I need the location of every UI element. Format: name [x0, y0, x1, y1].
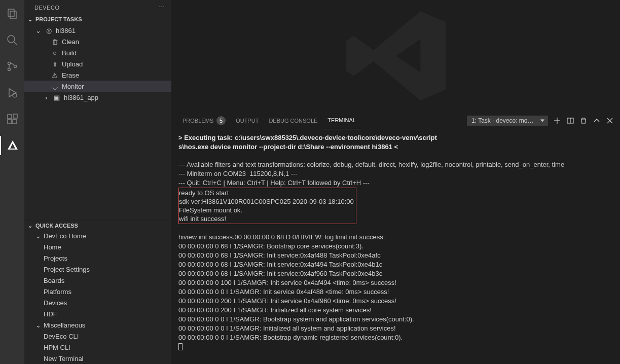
qa-projects[interactable]: Projects [24, 252, 171, 264]
erase-icon: ⚠ [51, 71, 59, 79]
qa-deveco-cli[interactable]: DevEco CLI [24, 331, 171, 342]
qa-hdf[interactable]: HDF [24, 308, 171, 319]
vscode-watermark-icon [340, 0, 452, 112]
quit-line: --- Quit: Ctrl+C | Menu: Ctrl+T | Help: … [178, 179, 370, 187]
terminal-dropdown[interactable]: 1: Task - deveco: monitor [467, 116, 548, 126]
target-row[interactable]: ⌄ ◎ hi3861 [24, 25, 171, 36]
split-terminal-icon[interactable] [566, 117, 574, 125]
folder-icon: ▣ [53, 94, 61, 101]
sidebar: DEVECO ⋯ ⌄ PROJECT TASKS ⌄ ◎ hi3861 🗑Cle… [24, 0, 171, 364]
bottom-panel: PROBLEMS5 OUTPUT DEBUG CONSOLE TERMINAL … [171, 112, 620, 364]
task-monitor[interactable]: ◡Monitor [24, 81, 171, 92]
sidebar-title: DEVECO [34, 5, 59, 11]
tab-debug-console[interactable]: DEBUG CONSOLE [264, 112, 322, 129]
chevron-down-icon: ⌄ [26, 222, 33, 229]
qa-boards[interactable]: Boards [24, 275, 171, 286]
build-icon: ○ [51, 49, 59, 57]
chevron-down-icon: ⌄ [34, 232, 42, 239]
svg-line-3 [14, 42, 17, 45]
task-clean[interactable]: 🗑Clean [24, 36, 171, 47]
log-line: 00 00:00:00 0 0 I 1/SAMGR: Bootstrap sys… [178, 315, 414, 323]
main-area: PROBLEMS5 OUTPUT DEBUG CONSOLE TERMINAL … [171, 0, 620, 364]
boot-box: ready to OS start sdk ver:Hi3861V100R001… [178, 188, 356, 224]
svg-point-5 [8, 68, 11, 71]
kill-terminal-icon[interactable] [579, 117, 588, 125]
log-line: 00 00:00:00 0 68 I 1/SAMGR: Init service… [178, 251, 381, 259]
terminal-output[interactable]: > Executing task: c:\users\swx885325\.de… [171, 129, 620, 364]
svg-rect-11 [13, 120, 17, 124]
search-icon[interactable] [0, 30, 24, 50]
log-line: 00 00:00:00 0 0 I 1/SAMGR: Bootstrap dyn… [178, 334, 403, 341]
qa-project-settings[interactable]: Project Settings [24, 264, 171, 275]
qa-devices[interactable]: Devices [24, 297, 171, 308]
tab-output[interactable]: OUTPUT [231, 112, 264, 129]
terminal-cursor [178, 343, 183, 350]
qa-home[interactable]: Home [24, 241, 171, 252]
log-line: 00 00:00:00 0 200 I 1/SAMGR: Initialized… [178, 306, 372, 314]
qa-platforms[interactable]: Platforms [24, 286, 171, 297]
maximize-panel-icon[interactable] [593, 117, 601, 125]
target-icon: ◎ [45, 27, 53, 34]
explorer-icon[interactable] [0, 4, 24, 23]
svg-point-6 [14, 65, 17, 68]
miniterm-line: --- Miniterm on COM23 115200,8,N,1 --- [178, 170, 298, 177]
deveco-home-header[interactable]: ⌄DevEco Home [24, 230, 171, 241]
qa-hpm-cli[interactable]: HPM CLI [24, 342, 171, 353]
deveco-icon[interactable] [0, 136, 24, 155]
svg-rect-1 [10, 11, 16, 19]
svg-rect-10 [8, 120, 12, 124]
chevron-down-icon: ⌄ [34, 27, 42, 34]
log-line: 00 00:00:00 0 68 I 1/SAMGR: Init service… [178, 261, 382, 268]
activity-bar [0, 0, 24, 364]
upload-icon: ⇪ [51, 60, 59, 68]
svg-rect-0 [8, 9, 14, 17]
more-icon[interactable]: ⋯ [159, 4, 165, 11]
log-line: 00 00:00:00 0 0 I 1/SAMGR: Initialized a… [178, 324, 396, 332]
panel-tabs: PROBLEMS5 OUTPUT DEBUG CONSOLE TERMINAL … [171, 112, 620, 129]
quick-access-header[interactable]: ⌄ QUICK ACCESS [24, 221, 171, 230]
tab-terminal[interactable]: TERMINAL [322, 112, 361, 129]
run-debug-icon[interactable] [0, 83, 24, 102]
log-line: 00 00:00:00 0 68 I 1/SAMGR: Init service… [178, 270, 382, 277]
svg-rect-9 [8, 115, 12, 119]
problems-badge: 5 [216, 116, 226, 125]
log-line: hiview init success.00 00:00:00 0 68 D 0… [178, 233, 385, 241]
svg-rect-12 [13, 114, 17, 118]
project-tasks-header[interactable]: ⌄ PROJECT TASKS [24, 15, 171, 24]
svg-point-2 [8, 35, 15, 43]
source-control-icon[interactable] [0, 57, 24, 76]
log-line: 00 00:00:00 0 100 I 1/SAMGR: Init servic… [178, 279, 396, 286]
chevron-down-icon: ⌄ [34, 321, 42, 329]
exec-line-2: s\hos.exe device monitor --project-dir d… [178, 143, 398, 151]
task-build[interactable]: ○Build [24, 47, 171, 58]
task-erase[interactable]: ⚠Erase [24, 69, 171, 81]
extensions-icon[interactable] [0, 110, 24, 129]
new-terminal-icon[interactable] [553, 117, 561, 125]
log-line: 00 00:00:00 0 200 I 1/SAMGR: Init servic… [178, 297, 396, 305]
exec-line-1: > Executing task: c:\users\swx885325\.de… [178, 134, 437, 141]
log-line: 00 00:00:00 0 68 I 1/SAMGR: Bootstrap co… [178, 242, 363, 250]
tab-problems[interactable]: PROBLEMS5 [177, 112, 231, 129]
chevron-right-icon: › [43, 94, 50, 101]
qa-new-terminal[interactable]: New Terminal [24, 353, 171, 364]
close-panel-icon[interactable] [606, 117, 614, 125]
filters-line: --- Available filters and text transform… [178, 161, 564, 168]
trash-icon: 🗑 [51, 38, 59, 46]
monitor-icon: ◡ [51, 83, 59, 90]
svg-point-4 [8, 62, 11, 65]
log-line: 00 00:00:00 0 0 I 1/SAMGR: Init service … [178, 288, 389, 296]
task-upload[interactable]: ⇪Upload [24, 58, 171, 69]
app-row[interactable]: › ▣ hi3861_app [24, 92, 171, 103]
misc-header[interactable]: ⌄Miscellaneous [24, 319, 171, 331]
editor-background [171, 0, 620, 112]
chevron-down-icon: ⌄ [26, 16, 33, 23]
